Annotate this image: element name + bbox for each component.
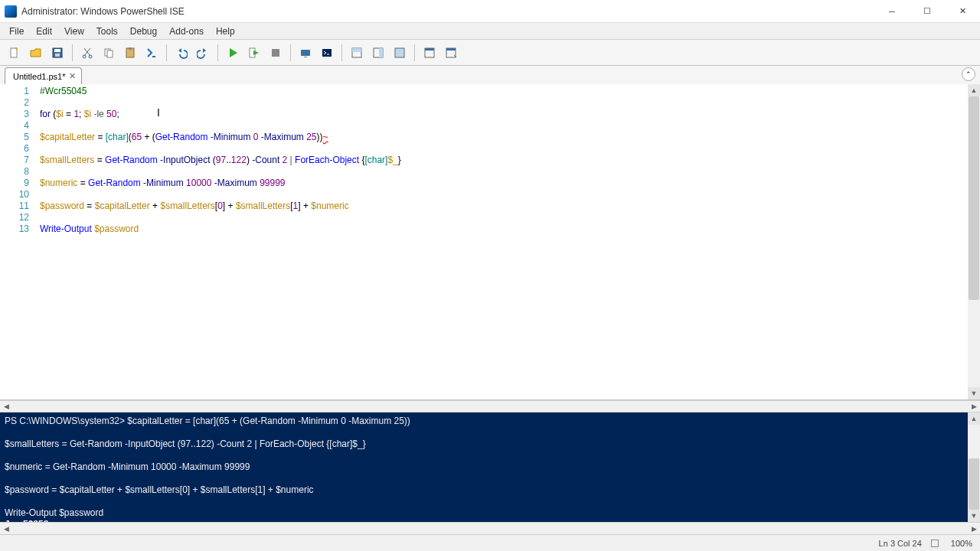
svg-rect-16 (352, 48, 361, 52)
console-line: PS C:\WINDOWS\system32> $capitalLetter =… (5, 416, 963, 427)
scroll-thumb[interactable] (969, 96, 979, 300)
console-line (5, 473, 963, 484)
app-icon (5, 5, 17, 18)
script-editor[interactable]: 12345678910111213 I #Wcr55045for ($i = 1… (0, 84, 980, 400)
scroll-up-icon[interactable]: ▲ (968, 84, 980, 96)
console-line (5, 427, 963, 439)
scroll-thumb[interactable] (969, 458, 979, 510)
title-bar: Administrator: Windows PowerShell ISE ─ … (0, 0, 980, 23)
scroll-right-icon[interactable]: ▶ (968, 523, 980, 534)
code-line[interactable]: $capitalLetter = [char](65 + (Get-Random… (40, 132, 968, 143)
scroll-down-icon[interactable]: ▼ (968, 510, 980, 522)
svg-rect-3 (55, 54, 60, 57)
redo-icon[interactable] (193, 43, 213, 63)
code-line[interactable] (40, 120, 968, 132)
run-selection-icon[interactable] (244, 43, 264, 63)
tab-close-icon[interactable]: ✕ (67, 70, 78, 81)
insert-mode-indicator (931, 540, 939, 547)
svg-rect-21 (425, 48, 434, 51)
code-line[interactable] (40, 212, 968, 223)
menu-bar: FileEditViewToolsDebugAdd-onsHelp (0, 23, 980, 40)
scroll-down-icon[interactable]: ▼ (968, 387, 980, 399)
cut-icon[interactable] (77, 43, 97, 63)
scroll-up-icon[interactable]: ▲ (968, 412, 980, 425)
code-line[interactable]: Write-Output $password (40, 223, 968, 235)
file-tab[interactable]: Untitled1.ps1* ✕ (5, 67, 82, 84)
close-button[interactable]: ✕ (945, 0, 980, 23)
open-folder-icon[interactable] (26, 43, 46, 63)
code-line[interactable] (40, 97, 968, 109)
menu-view[interactable]: View (58, 24, 90, 38)
line-number-gutter: 12345678910111213 (0, 84, 34, 399)
scroll-track[interactable] (968, 425, 980, 510)
code-line[interactable] (40, 189, 968, 201)
new-file-icon[interactable] (5, 43, 24, 63)
window-controls: ─ ☐ ✕ (874, 0, 980, 23)
code-line[interactable]: #Wcr55045 (40, 86, 968, 97)
svg-rect-13 (304, 57, 307, 57)
svg-rect-14 (322, 49, 332, 57)
console-scrollbar[interactable]: ▲ ▼ (968, 412, 980, 522)
scroll-left-icon[interactable]: ◀ (0, 401, 12, 412)
console-line: $password = $capitalLetter + $smallLette… (5, 484, 963, 496)
code-line[interactable]: $numeric = Get-Random -Minimum 10000 -Ma… (40, 178, 968, 189)
editor-scrollbar[interactable]: ▲ ▼ (968, 84, 980, 399)
svg-rect-12 (301, 50, 310, 56)
svg-rect-11 (272, 49, 279, 57)
console-line (5, 496, 963, 507)
undo-icon[interactable] (172, 43, 191, 63)
window-title: Administrator: Windows PowerShell ISE (21, 6, 874, 17)
code-line[interactable] (40, 166, 968, 178)
menu-edit[interactable]: Edit (30, 24, 58, 38)
console-horizontal-scrollbar[interactable]: ◀ ▶ (0, 522, 980, 534)
toolbar (0, 40, 980, 66)
zoom-level: 100% (951, 539, 972, 548)
svg-rect-9 (129, 47, 132, 50)
start-ps-icon[interactable] (317, 43, 337, 63)
scroll-right-icon[interactable]: ▶ (968, 401, 980, 412)
new-remote-tab-icon[interactable] (296, 43, 315, 63)
menu-file[interactable]: File (3, 24, 30, 38)
ps-prompt-icon[interactable] (142, 43, 162, 63)
pane-script-top-icon[interactable] (347, 43, 367, 63)
code-line[interactable]: $password = $capitalLetter + $smallLette… (40, 201, 968, 212)
code-line[interactable] (40, 143, 968, 155)
code-line[interactable]: for ($i = 1; $i -le 50; (40, 109, 968, 120)
file-tab-label: Untitled1.ps1* (13, 72, 66, 81)
menu-add-ons[interactable]: Add-ons (163, 24, 210, 38)
code-area[interactable]: I #Wcr55045for ($i = 1; $i -le 50;$capit… (34, 84, 968, 399)
run-script-icon[interactable] (223, 43, 243, 63)
code-line[interactable]: $smallLetters = Get-Random -InputObject … (40, 155, 968, 166)
minimize-button[interactable]: ─ (874, 0, 910, 23)
status-bar: Ln 3 Col 24 100% (0, 534, 980, 551)
scroll-track[interactable] (968, 96, 980, 387)
maximize-button[interactable]: ☐ (910, 0, 945, 23)
editor-horizontal-scrollbar[interactable]: ◀ ▶ (0, 400, 980, 412)
menu-help[interactable]: Help (210, 24, 241, 38)
menu-debug[interactable]: Debug (124, 24, 163, 38)
menu-tools[interactable]: Tools (90, 24, 124, 38)
show-command-icon[interactable] (420, 43, 439, 63)
console-pane-wrap: PS C:\WINDOWS\system32> $capitalLetter =… (0, 412, 980, 522)
pane-script-right-icon[interactable] (368, 43, 388, 63)
console-line: $smallLetters = Get-Random -InputObject … (5, 439, 963, 450)
svg-rect-2 (54, 49, 60, 52)
tab-strip: Untitled1.ps1* ✕ ⌃ (0, 66, 980, 84)
cursor-position: Ln 3 Col 24 (879, 539, 922, 548)
copy-icon[interactable] (99, 43, 119, 63)
show-command-addon-icon[interactable] (441, 43, 461, 63)
save-icon[interactable] (47, 43, 67, 63)
svg-rect-7 (107, 51, 113, 57)
console-line: Write-Output $password (5, 507, 963, 519)
console-pane[interactable]: PS C:\WINDOWS\system32> $capitalLetter =… (0, 412, 968, 522)
paste-icon[interactable] (120, 43, 140, 63)
pane-script-max-icon[interactable] (390, 43, 410, 63)
stop-icon[interactable] (266, 43, 286, 63)
svg-rect-23 (446, 48, 456, 51)
svg-rect-0 (11, 48, 17, 57)
console-line: $numeric = Get-Random -Minimum 10000 -Ma… (5, 461, 963, 473)
scroll-left-icon[interactable]: ◀ (0, 523, 12, 534)
collapse-script-pane-icon[interactable]: ⌃ (962, 67, 975, 81)
console-line (5, 450, 963, 461)
svg-rect-18 (379, 48, 383, 57)
